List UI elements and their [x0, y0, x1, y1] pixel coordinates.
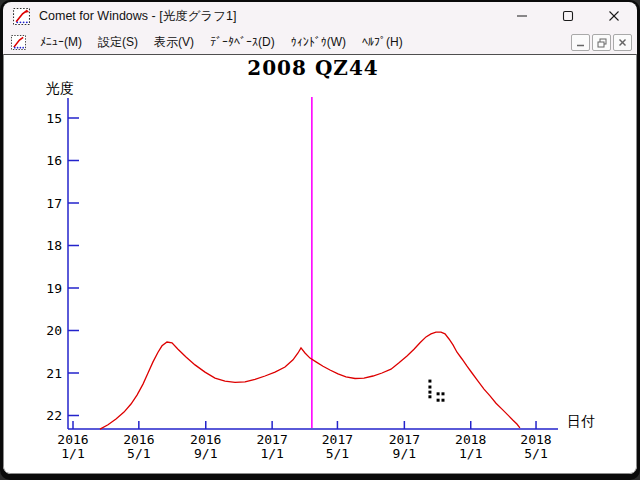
- lightcurve-app-icon: [13, 8, 30, 25]
- graph-client-area: [3, 54, 637, 474]
- close-button[interactable]: [591, 2, 637, 30]
- mdi-window-buttons: [571, 34, 632, 51]
- caption-buttons: [499, 2, 637, 30]
- mdi-restore-icon: [597, 38, 607, 48]
- menu-item-view[interactable]: 表示(V): [146, 31, 202, 54]
- x-axis-label: 日付: [567, 413, 595, 431]
- mdi-minimize-icon: [576, 38, 585, 47]
- chart-title: 2008 QZ44: [68, 56, 558, 80]
- menu-item-help[interactable]: ﾍﾙﾌﾟ(H): [354, 32, 411, 52]
- menu-item-settings[interactable]: 設定(S): [90, 31, 146, 54]
- title-bar: Comet for Windows - [光度グラフ1]: [3, 2, 637, 30]
- menu-item-database[interactable]: ﾃﾞｰﾀﾍﾞｰｽ(D): [202, 32, 283, 52]
- y-axis-label: 光度: [46, 80, 74, 98]
- window-title: Comet for Windows - [光度グラフ1]: [39, 8, 236, 25]
- mdi-minimize-button[interactable]: [571, 34, 590, 51]
- minimize-button[interactable]: [499, 2, 545, 30]
- menu-item-menu[interactable]: ﾒﾆｭｰ(M): [32, 32, 90, 52]
- mdi-close-button[interactable]: [613, 34, 632, 51]
- app-window: Comet for Windows - [光度グラフ1]: [0, 0, 640, 480]
- close-icon: [608, 10, 620, 22]
- minimize-icon: [516, 10, 528, 22]
- mdi-close-icon: [618, 38, 627, 47]
- menu-item-window[interactable]: ｳｨﾝﾄﾞｳ(W): [283, 32, 354, 52]
- maximize-icon: [562, 10, 574, 22]
- menu-bar: ﾒﾆｭｰ(M) 設定(S) 表示(V) ﾃﾞｰﾀﾍﾞｰｽ(D) ｳｨﾝﾄﾞｳ(W…: [3, 30, 637, 54]
- mdi-child-icon: [11, 35, 26, 50]
- maximize-button[interactable]: [545, 2, 591, 30]
- mdi-restore-button[interactable]: [592, 34, 611, 51]
